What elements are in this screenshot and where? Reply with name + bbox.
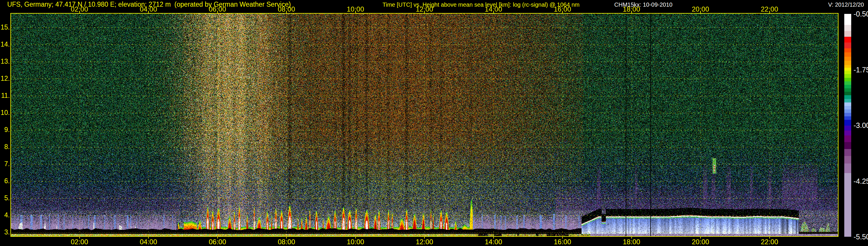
ceilometer-quicklook-screen: UFS, Germany; 47.417 N / 10.980 E; eleva… — [0, 0, 868, 246]
colorbar-segment — [844, 48, 851, 53]
x-tick-mark — [355, 237, 356, 239]
backscatter-heatmap-canvas — [10, 13, 838, 237]
colorbar — [844, 14, 851, 237]
x-tick-label: 22:00 — [761, 238, 778, 246]
y-tick-label: 13. — [0, 58, 10, 65]
colorbar-segment — [844, 116, 851, 120]
colorbar-segment — [844, 99, 851, 102]
x-tick-mark — [217, 237, 218, 239]
y-tick-label: 10. — [0, 109, 10, 117]
y-tick-label: 5. — [0, 194, 10, 202]
x-tick-mark — [286, 237, 287, 239]
x-tick-mark — [769, 11, 770, 13]
colorbar-segment — [844, 92, 851, 95]
x-tick-mark — [631, 237, 632, 239]
colorbar-segment — [844, 149, 851, 156]
y-tick-label: 9. — [0, 126, 10, 134]
x-tick-mark — [217, 11, 218, 13]
colorbar-tick-label: -3.00 — [854, 121, 868, 130]
version-text: V: 2012/12/20 — [828, 1, 864, 8]
y-tick-label: 4. — [0, 211, 10, 219]
y-tick-label: 12. — [0, 75, 10, 83]
colorbar-segment — [844, 85, 851, 88]
y-tick-label: 3. — [0, 228, 10, 236]
y-tick-label: 8. — [0, 143, 10, 151]
colorbar-segment — [844, 142, 851, 149]
x-tick-label: 02:00 — [71, 238, 88, 246]
colorbar-segment — [844, 113, 851, 116]
x-tick-mark — [148, 11, 149, 13]
colorbar-segment — [844, 52, 851, 57]
colorbar-tick-label: -4.25 — [854, 177, 868, 185]
colorbar-segment — [844, 163, 851, 173]
colorbar-tick-label: -0.50 — [854, 10, 868, 18]
colorbar-segment — [844, 31, 851, 37]
x-tick-mark — [493, 237, 494, 239]
x-tick-mark — [286, 11, 287, 13]
y-tick-label: 11. — [0, 92, 10, 99]
colorbar-segment — [844, 110, 851, 113]
colorbar-segment — [844, 74, 851, 78]
colorbar-segment — [844, 61, 851, 65]
x-tick-label: 06:00 — [209, 238, 226, 246]
colorbar-segment — [844, 88, 851, 92]
colorbar-segment — [844, 57, 851, 61]
colorbar-segment — [844, 65, 851, 68]
colorbar-segment — [844, 135, 851, 142]
colorbar-segment — [844, 78, 851, 81]
x-tick-mark — [424, 11, 425, 13]
x-tick-mark — [769, 237, 770, 239]
x-tick-label: 04:00 — [140, 238, 157, 246]
y-tick-label: 14. — [0, 40, 10, 48]
x-tick-mark — [79, 237, 80, 239]
x-tick-label: 10:00 — [347, 238, 364, 246]
colorbar-tick-label: -5.50 — [854, 233, 868, 241]
colorbar-segment — [844, 130, 851, 135]
x-tick-mark — [562, 11, 563, 13]
colorbar-segment — [844, 126, 851, 130]
colorbar-segment — [844, 173, 851, 237]
colorbar-segment — [844, 95, 851, 99]
colorbar-segment — [844, 156, 851, 163]
x-tick-mark — [148, 237, 149, 239]
y-tick-label: 15. — [0, 24, 10, 31]
colorbar-segment — [844, 102, 851, 106]
x-tick-mark — [79, 11, 80, 13]
colorbar-segment — [844, 37, 851, 42]
x-tick-mark — [700, 11, 701, 13]
x-tick-label: 18:00 — [623, 238, 640, 246]
plot-title: Time [UTC] vs. Height above mean sea lev… — [382, 1, 580, 8]
colorbar-segment — [844, 71, 851, 74]
x-tick-mark — [562, 237, 563, 239]
x-tick-mark — [700, 237, 701, 239]
x-tick-mark — [631, 11, 632, 13]
colorbar-segment — [844, 14, 851, 25]
colorbar-segment — [844, 81, 851, 85]
x-tick-label: 16:00 — [554, 238, 571, 246]
x-tick-label: 20:00 — [692, 238, 709, 246]
x-tick-mark — [424, 237, 425, 239]
x-tick-label: 08:00 — [278, 238, 295, 246]
colorbar-segment — [844, 120, 851, 126]
colorbar-segment — [844, 68, 851, 71]
colorbar-segment — [844, 25, 851, 31]
x-tick-label: 12:00 — [416, 238, 433, 246]
x-tick-label: 14:00 — [485, 238, 502, 246]
x-tick-mark — [493, 11, 494, 13]
x-tick-mark — [355, 11, 356, 13]
colorbar-segment — [844, 106, 851, 110]
y-tick-label: 7. — [0, 160, 10, 168]
colorbar-tick-label: -1.75 — [854, 65, 868, 74]
colorbar-segment — [844, 42, 851, 48]
y-tick-label: 6. — [0, 177, 10, 185]
